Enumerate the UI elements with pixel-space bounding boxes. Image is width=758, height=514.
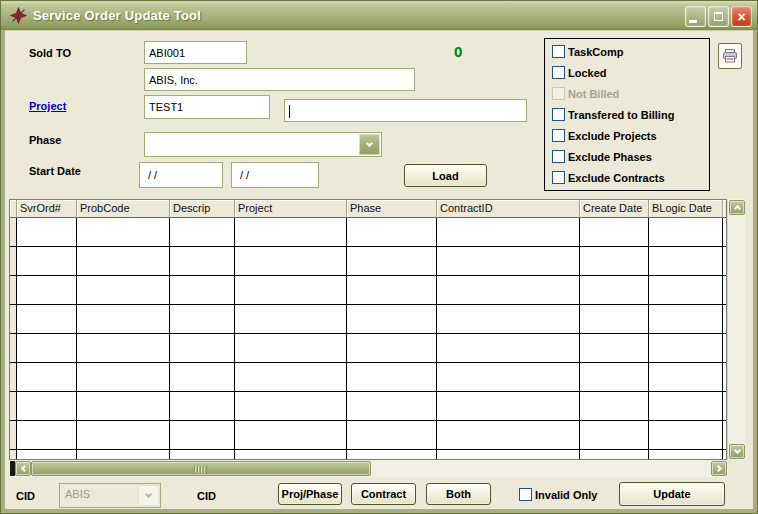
- close-button[interactable]: ×: [731, 6, 752, 27]
- checkbox-box[interactable]: [552, 171, 565, 184]
- horizontal-scroll-thumb[interactable]: [31, 461, 371, 476]
- table-row[interactable]: [10, 334, 726, 363]
- text-cursor: [289, 105, 290, 118]
- table-cell: [347, 392, 437, 420]
- filter-checkbox-exclude-phases[interactable]: Exclude Phases: [552, 150, 709, 163]
- table-cell: [77, 450, 170, 460]
- print-button[interactable]: [718, 43, 742, 69]
- table-cell: [77, 218, 170, 246]
- table-row[interactable]: [10, 450, 726, 460]
- checkbox-label: TaskComp: [568, 46, 623, 58]
- checkbox-box[interactable]: [519, 488, 532, 501]
- scroll-down-button[interactable]: [729, 444, 745, 459]
- project-link[interactable]: Project: [29, 100, 66, 112]
- checkbox-box[interactable]: [552, 108, 565, 121]
- table-cell: [347, 218, 437, 246]
- table-cell: [347, 247, 437, 275]
- scroll-right-button[interactable]: [711, 461, 727, 476]
- scroll-up-button[interactable]: [729, 200, 745, 215]
- chevron-up-icon: [733, 205, 740, 212]
- table-row[interactable]: [10, 247, 726, 276]
- sold-to-code-input[interactable]: [144, 41, 247, 64]
- table-cell: [170, 247, 235, 275]
- proj-phase-button[interactable]: Proj/Phase: [278, 483, 342, 505]
- table-cell: [17, 450, 77, 460]
- project-desc-input[interactable]: [284, 99, 527, 122]
- row-selector-cell: [10, 363, 17, 391]
- checkbox-box[interactable]: [552, 129, 565, 142]
- table-cell: [77, 334, 170, 362]
- table-row[interactable]: [10, 305, 726, 334]
- maximize-icon: [714, 12, 723, 21]
- checkbox-box[interactable]: [552, 45, 565, 58]
- filter-checkbox-exclude-projects[interactable]: Exclude Projects: [552, 129, 709, 142]
- table-cell: [235, 247, 347, 275]
- app-logo-icon: [10, 7, 27, 24]
- table-row[interactable]: [10, 276, 726, 305]
- table-cell: [347, 334, 437, 362]
- table-cell: [235, 218, 347, 246]
- load-button[interactable]: Load: [404, 164, 487, 187]
- table-cell: [437, 363, 580, 391]
- update-button[interactable]: Update: [619, 482, 725, 506]
- project-code-input[interactable]: [144, 95, 270, 119]
- invalid-only-label: Invalid Only: [535, 489, 597, 501]
- filter-checkbox-not-billed: Not Billed: [552, 87, 709, 100]
- table-cell: [649, 218, 723, 246]
- title-bar: Service Order Update Tool ×: [1, 1, 757, 30]
- sold-to-name-input[interactable]: [144, 68, 415, 91]
- table-cell: [17, 276, 77, 304]
- filter-checkbox-transfered-to-billing[interactable]: Transfered to Billing: [552, 108, 709, 121]
- phase-combobox[interactable]: [144, 132, 382, 157]
- table-cell: [77, 363, 170, 391]
- start-date-from-input[interactable]: [139, 162, 223, 188]
- table-row[interactable]: [10, 218, 726, 247]
- table-cell: [170, 218, 235, 246]
- checkbox-box[interactable]: [552, 66, 565, 79]
- service-order-table: SvrOrd#ProbCodeDescripProjectPhaseContra…: [9, 199, 727, 460]
- table-cell: [347, 363, 437, 391]
- filter-checkbox-exclude-contracts[interactable]: Exclude Contracts: [552, 171, 709, 184]
- table-cell: [235, 305, 347, 333]
- maximize-button[interactable]: [708, 6, 729, 27]
- table-cell: [235, 450, 347, 460]
- table-cell: [649, 305, 723, 333]
- table-cell: [649, 276, 723, 304]
- phase-label: Phase: [29, 134, 61, 146]
- scroll-left-button[interactable]: [15, 461, 31, 476]
- table-cell: [580, 276, 649, 304]
- table-cell: [77, 305, 170, 333]
- table-row[interactable]: [10, 421, 726, 450]
- table-row[interactable]: [10, 392, 726, 421]
- table-cell: [170, 276, 235, 304]
- table-cell: [235, 421, 347, 449]
- table-cell: [235, 363, 347, 391]
- table-header-probcode: ProbCode: [77, 200, 170, 218]
- minimize-button[interactable]: [685, 6, 706, 27]
- table-cell: [77, 392, 170, 420]
- both-button[interactable]: Both: [426, 483, 491, 505]
- vertical-scrollbar[interactable]: [727, 199, 745, 460]
- table-cell: [347, 450, 437, 460]
- filter-checkbox-taskcomp[interactable]: TaskComp: [552, 45, 709, 58]
- table-row[interactable]: [10, 363, 726, 392]
- table-header-create-date: Create Date: [580, 200, 649, 218]
- table-header-svrord-: SvrOrd#: [17, 200, 77, 218]
- row-selector-cell: [10, 334, 17, 362]
- phase-dropdown-button[interactable]: [359, 134, 380, 155]
- start-date-to-input[interactable]: [231, 162, 319, 188]
- minimize-icon: [689, 20, 697, 23]
- horizontal-scrollbar[interactable]: [9, 460, 728, 477]
- checkbox-label: Exclude Contracts: [568, 172, 665, 184]
- table-body: [10, 218, 726, 460]
- filter-checkbox-locked[interactable]: Locked: [552, 66, 709, 79]
- table-cell: [347, 276, 437, 304]
- invalid-only-checkbox[interactable]: Invalid Only: [519, 488, 597, 501]
- close-icon: ×: [737, 10, 745, 24]
- checkbox-box[interactable]: [552, 150, 565, 163]
- table-header-contractid: ContractID: [437, 200, 580, 218]
- table-cell: [649, 392, 723, 420]
- contract-button[interactable]: Contract: [351, 483, 416, 505]
- table-header-blogic-date: BLogic Date: [649, 200, 723, 218]
- table-cell: [17, 363, 77, 391]
